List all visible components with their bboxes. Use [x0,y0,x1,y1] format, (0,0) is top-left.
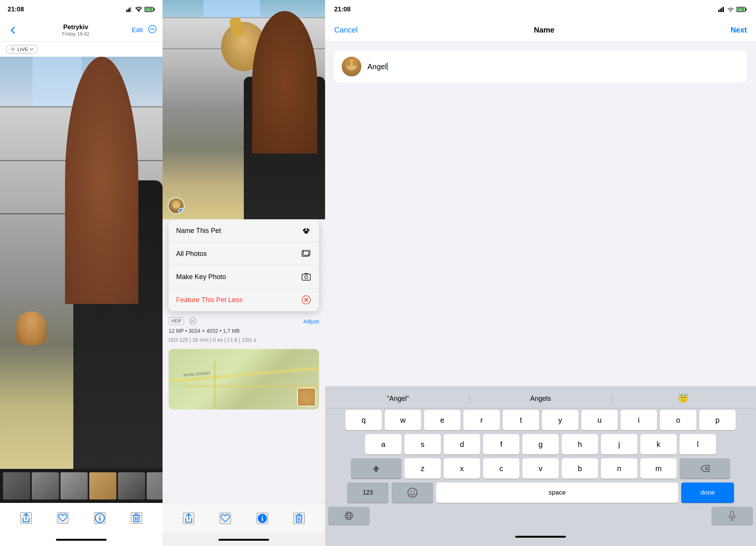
svg-point-42 [408,488,417,497]
svg-rect-17 [99,517,100,521]
autocomplete-angel[interactable]: "Angel" [327,393,469,404]
heart-button-middle[interactable] [220,513,231,524]
thumbnail-3[interactable] [60,472,88,499]
key-t[interactable]: t [503,410,539,430]
key-p[interactable]: p [699,410,736,430]
trash-button-middle[interactable] [293,513,305,524]
key-v[interactable]: v [522,458,559,479]
share-button-middle[interactable] [183,513,194,524]
shift-key[interactable] [351,458,401,479]
thumbnail-strip-left [0,469,163,503]
map-section[interactable]: MYRU STREET [169,349,319,410]
trash-button-left[interactable] [131,512,142,524]
svg-point-27 [305,276,308,279]
key-i[interactable]: i [621,410,657,430]
wifi-icon-left [135,7,142,12]
svg-point-14 [12,48,14,50]
heart-button-left[interactable] [57,512,68,524]
globe-key[interactable] [328,507,370,525]
key-c[interactable]: c [483,458,519,479]
key-a[interactable]: a [365,434,401,454]
emoji-key[interactable] [392,482,433,503]
name-input-wrapper[interactable]: Angel [367,62,739,71]
key-m[interactable]: m [640,458,677,479]
map-thumbnail[interactable] [297,388,316,406]
photo-meta: 12 MP • 3024 × 4032 • 1,7 MB [169,328,319,334]
space-key[interactable]: space [436,482,678,503]
key-u[interactable]: u [581,410,618,430]
svg-text:5: 5 [148,9,149,11]
adjust-button[interactable]: Adjust [303,318,319,324]
mic-key[interactable] [711,507,753,525]
photo-icon [301,271,311,282]
more-button-left[interactable] [148,25,156,35]
gallery-icon [301,248,311,259]
heif-badge: HEIF [169,317,184,325]
key-l[interactable]: l [680,434,716,454]
main-photo-middle[interactable] [163,0,325,219]
thumbnail-4[interactable] [89,472,116,499]
key-s[interactable]: s [404,434,441,454]
key-y[interactable]: y [542,410,578,430]
status-time-left: 21:08 [8,6,24,13]
key-r[interactable]: r [463,410,500,430]
edit-button-left[interactable]: Edit [132,26,143,34]
key-k[interactable]: k [640,434,677,454]
thumbnail-6[interactable] [147,472,163,499]
context-menu: Name This Pet All Photos Make Key Photo [169,219,319,311]
home-indicator-right [325,527,756,546]
live-pill[interactable]: LIVE [6,45,38,54]
menu-item-name-pet[interactable]: Name This Pet [169,219,319,242]
nav-subtitle-left: Friday 19:42 [62,31,89,37]
key-g[interactable]: g [522,434,559,454]
key-n[interactable]: n [601,458,637,479]
menu-item-feature-less[interactable]: Feature This Pet Less [169,289,319,311]
svg-rect-35 [721,8,722,12]
key-j[interactable]: j [601,434,637,454]
menu-item-all-photos[interactable]: All Photos [169,242,319,265]
key-h[interactable]: h [562,434,598,454]
pet-avatar [342,57,361,76]
svg-rect-33 [718,10,719,12]
key-d[interactable]: d [444,434,480,454]
svg-point-22 [304,228,306,230]
share-button-left[interactable] [20,512,32,524]
key-b[interactable]: b [562,458,598,479]
main-photo-left[interactable] [0,57,163,469]
nav-title-left: Petrykiv [62,23,89,31]
key-f[interactable]: f [483,434,519,454]
cancel-button[interactable]: Cancel [334,26,358,34]
thumbnail-1[interactable] [3,472,30,499]
info-button-left[interactable] [94,512,105,524]
bottom-toolbar-left [0,503,163,533]
key-e[interactable]: e [424,410,460,430]
next-button[interactable]: Next [731,26,747,34]
info-button-middle[interactable] [257,513,268,524]
home-bar-middle [218,539,269,541]
thumbnail-5[interactable] [118,472,145,499]
done-key[interactable]: done [681,482,734,503]
key-q[interactable]: q [345,410,382,430]
key-w[interactable]: w [385,410,421,430]
svg-rect-6 [154,8,155,11]
person-avatar-overlay[interactable] [168,197,184,214]
nav-title-group-left: Petrykiv Friday 19:42 [62,23,89,37]
panel-left: 21:08 5 [0,0,163,546]
keyboard-row-2: a s d f g h j k l [327,434,754,454]
menu-item-make-key[interactable]: Make Key Photo [169,265,319,289]
key-o[interactable]: o [660,410,696,430]
thumbnail-2[interactable] [32,472,59,499]
num-key[interactable]: 123 [347,482,389,503]
svg-rect-2 [129,8,130,12]
nav-bar-right: Cancel Name Next [325,19,756,42]
delete-key[interactable] [680,458,730,479]
live-icon [10,47,15,52]
autocomplete-angels[interactable]: Angels [469,393,612,404]
status-time-right: 21:08 [334,6,350,13]
key-x[interactable]: x [444,458,480,479]
svg-rect-3 [131,7,132,12]
autocomplete-emoji[interactable]: 😇 [612,392,754,405]
name-value: Angel [367,62,387,71]
back-button-left[interactable] [6,23,20,37]
key-z[interactable]: z [404,458,441,479]
